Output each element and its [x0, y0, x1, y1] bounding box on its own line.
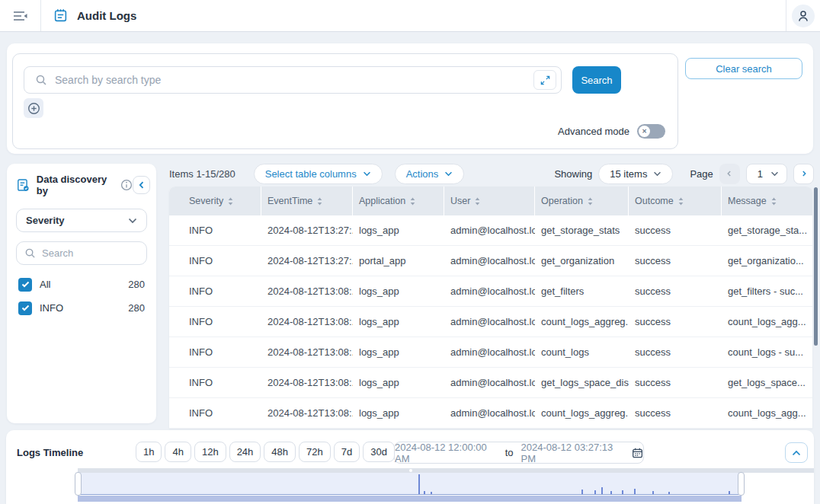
- table-cell: get_filters - suc...: [722, 285, 812, 297]
- table-scrollbar[interactable]: [814, 187, 818, 346]
- search-section: Search by search type Search Advanced mo: [7, 43, 813, 154]
- sidebar-title: Data discovery by: [37, 174, 117, 196]
- chevron-down-icon: [363, 171, 371, 177]
- histogram-spike: [652, 491, 654, 494]
- sidebar-panel-collapse-button[interactable]: [133, 176, 150, 194]
- column-header[interactable]: Operation: [535, 187, 629, 215]
- advanced-mode-label: Advanced mode: [558, 126, 629, 137]
- column-header[interactable]: Message: [722, 187, 812, 215]
- logs-timeline-panel: Logs Timeline 1h4h12h24h48h72h7d30dtoday…: [6, 430, 814, 504]
- table-cell: INFO: [169, 407, 261, 419]
- table-row[interactable]: INFO2024-08-12T13:08:...logs_appadmin@lo…: [169, 398, 812, 429]
- page-size-select[interactable]: 15 items: [598, 164, 673, 184]
- column-header[interactable]: User: [444, 187, 535, 215]
- filter-label: All: [40, 279, 50, 290]
- page-title: Audit Logs: [77, 9, 136, 22]
- timeline-brush-selection[interactable]: [78, 473, 742, 495]
- table-row[interactable]: INFO2024-08-12T13:27:...logs_appadmin@lo…: [169, 215, 812, 246]
- timeline-range-button[interactable]: 24h: [229, 442, 261, 462]
- checkbox-checked-icon[interactable]: [18, 278, 32, 292]
- date-to: 2024-08-12 03:27:13 PM: [521, 442, 624, 464]
- table-toolbar: Items 1-15/280 Select table columns Acti…: [169, 163, 814, 184]
- histogram-spike: [622, 490, 623, 494]
- column-header[interactable]: EventTime: [261, 187, 353, 215]
- timeline-range-button[interactable]: 48h: [264, 442, 296, 462]
- table-cell: count_logs_agg...: [722, 407, 812, 419]
- date-range-picker[interactable]: 2024-08-12 12:00:00 AM to 2024-08-12 03:…: [394, 442, 644, 464]
- sort-icon[interactable]: [410, 197, 415, 206]
- search-button[interactable]: Search: [572, 66, 621, 94]
- advanced-mode-toggle[interactable]: ✕: [637, 124, 665, 139]
- table-cell: admin@localhost.lo...: [444, 377, 535, 388]
- page-number-select[interactable]: 1: [746, 164, 787, 184]
- add-condition-button[interactable]: [24, 98, 43, 118]
- select-columns-button[interactable]: Select table columns: [254, 164, 383, 184]
- expand-editor-button[interactable]: [533, 70, 556, 90]
- filter-search-placeholder: Search: [42, 247, 73, 259]
- table-row[interactable]: INFO2024-08-12T13:08:...logs_appadmin@lo…: [169, 337, 812, 368]
- column-header[interactable]: Outcome: [629, 187, 722, 215]
- timeline-range-button[interactable]: 4h: [165, 442, 191, 462]
- selected-field: Severity: [26, 215, 128, 226]
- next-page-button[interactable]: [793, 164, 814, 184]
- actions-button[interactable]: Actions: [395, 164, 465, 184]
- table-row[interactable]: INFO2024-08-12T13:08:...logs_appadmin@lo…: [169, 276, 812, 307]
- items-count: Items 1-15/280: [169, 168, 235, 180]
- timeline-range-button[interactable]: 72h: [299, 442, 331, 462]
- timeline-range-button[interactable]: 7d: [334, 442, 360, 462]
- table-cell: count_logs_aggreg...: [535, 407, 629, 419]
- histogram-spike: [610, 491, 612, 494]
- search-icon: [24, 247, 36, 259]
- top-bar: Audit Logs: [0, 0, 820, 32]
- histogram-spike: [418, 474, 420, 494]
- table-cell: get_storage_stats: [535, 225, 629, 236]
- column-header[interactable]: Application: [353, 187, 444, 215]
- table-cell: 2024-08-12T13:08:...: [261, 377, 353, 388]
- chevron-down-icon: [770, 171, 779, 177]
- table-row[interactable]: INFO2024-08-12T13:08:...logs_appadmin@lo…: [169, 368, 812, 398]
- filter-search-input[interactable]: Search: [16, 241, 147, 265]
- timeline-range-button[interactable]: 1h: [136, 442, 162, 462]
- table-cell: INFO: [169, 316, 261, 327]
- brush-strip-dot: [409, 469, 412, 472]
- sidebar-collapse-button[interactable]: [0, 0, 41, 31]
- timeline-title: Logs Timeline: [17, 447, 83, 458]
- column-label: Application: [359, 196, 405, 206]
- checkbox-checked-icon[interactable]: [18, 301, 32, 315]
- filter-label: INFO: [40, 302, 63, 314]
- filter-count: 280: [128, 302, 145, 314]
- info-icon[interactable]: [120, 179, 133, 191]
- table-row[interactable]: INFO2024-08-12T13:08:...logs_appadmin@lo…: [169, 307, 812, 337]
- discovery-field-select[interactable]: Severity: [16, 209, 147, 232]
- table-row[interactable]: INFO2024-08-12T13:27:...portal_appadmin@…: [169, 246, 812, 276]
- search-input[interactable]: Search by search type: [24, 66, 562, 94]
- sort-icon[interactable]: [228, 197, 233, 206]
- clear-search-button[interactable]: Clear search: [685, 58, 802, 79]
- filter-row[interactable]: INFO 280: [7, 296, 156, 320]
- table-cell: INFO: [169, 285, 261, 297]
- brush-left-handle[interactable]: [75, 472, 82, 496]
- filter-row[interactable]: All 280: [7, 273, 156, 296]
- table-cell: portal_app: [353, 255, 444, 266]
- table-cell: INFO: [169, 377, 261, 388]
- calendar-icon: [632, 447, 643, 459]
- sort-icon[interactable]: [317, 197, 322, 206]
- sort-icon[interactable]: [771, 197, 777, 206]
- column-label: Outcome: [635, 196, 674, 206]
- chevron-left-icon: [726, 170, 732, 177]
- timeline-range-button[interactable]: 12h: [194, 442, 226, 462]
- timeline-range-button[interactable]: 30d: [363, 442, 395, 462]
- brush-right-handle[interactable]: [738, 472, 745, 496]
- timeline-collapse-button[interactable]: [785, 442, 808, 463]
- search-icon: [35, 74, 47, 86]
- sort-icon[interactable]: [588, 197, 593, 206]
- previous-page-button[interactable]: [719, 164, 740, 184]
- table-cell: logs_app: [353, 346, 444, 358]
- user-avatar-button[interactable]: [792, 5, 815, 27]
- search-placeholder: Search by search type: [55, 74, 533, 86]
- column-header[interactable]: Severity: [169, 187, 261, 215]
- filter-count: 280: [128, 279, 145, 290]
- sort-icon[interactable]: [475, 197, 480, 206]
- sort-icon[interactable]: [678, 197, 684, 206]
- table-cell: 2024-08-12T13:08:...: [261, 346, 353, 358]
